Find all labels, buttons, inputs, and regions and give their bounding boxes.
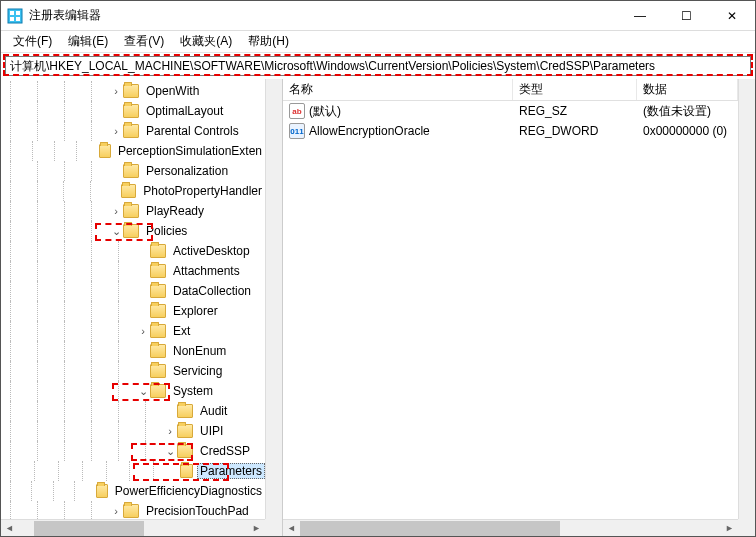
folder-icon	[123, 104, 139, 118]
tree-label: ActiveDesktop	[170, 243, 253, 259]
address-bar[interactable]: 计算机\HKEY_LOCAL_MACHINE\SOFTWARE\Microsof…	[5, 56, 751, 76]
scroll-thumb[interactable]	[300, 521, 560, 536]
tree-label: DataCollection	[170, 283, 254, 299]
tree-label: PowerEfficiencyDiagnostics	[112, 483, 265, 499]
tree-label: Policies	[143, 223, 190, 239]
menubar: 文件(F) 编辑(E) 查看(V) 收藏夹(A) 帮助(H)	[1, 31, 755, 53]
scroll-right-icon[interactable]: ►	[721, 520, 738, 537]
tree-label: Personalization	[143, 163, 231, 179]
tree-label: Ext	[170, 323, 193, 339]
folder-icon	[123, 124, 139, 138]
tree-node-nonenum[interactable]: ·NonEnum	[1, 341, 265, 361]
list-row-default[interactable]: ab(默认) REG_SZ (数值未设置)	[283, 101, 738, 121]
folder-icon	[99, 144, 111, 158]
list-scroll[interactable]: 名称 类型 数据 ab(默认) REG_SZ (数值未设置) 011AllowE…	[283, 79, 738, 519]
menu-favorites[interactable]: 收藏夹(A)	[172, 31, 240, 52]
tree-label: PrecisionTouchPad	[143, 503, 252, 519]
dword-value-icon: 011	[289, 123, 305, 139]
tree-node-personalization[interactable]: ·Personalization	[1, 161, 265, 181]
folder-icon	[123, 224, 139, 238]
tree-label: PhotoPropertyHandler	[140, 183, 265, 199]
tree-scroll[interactable]: ›OpenWith ·OptimalLayout ›Parental Contr…	[1, 79, 265, 519]
tree-pane: ›OpenWith ·OptimalLayout ›Parental Contr…	[1, 79, 283, 536]
folder-icon	[150, 324, 166, 338]
value-data: (数值未设置)	[637, 102, 738, 121]
tree-label: Explorer	[170, 303, 221, 319]
scroll-corner	[265, 519, 282, 536]
tree-label: PlayReady	[143, 203, 207, 219]
folder-icon	[150, 244, 166, 258]
address-bar-container: 计算机\HKEY_LOCAL_MACHINE\SOFTWARE\Microsof…	[1, 53, 755, 79]
tree-label: Parental Controls	[143, 123, 242, 139]
list-header: 名称 类型 数据	[283, 79, 738, 101]
tree-node-perceptionsim[interactable]: ·PerceptionSimulationExten	[1, 141, 265, 161]
folder-icon	[96, 484, 107, 498]
menu-edit[interactable]: 编辑(E)	[60, 31, 116, 52]
folder-icon	[123, 164, 139, 178]
col-data[interactable]: 数据	[637, 79, 738, 100]
folder-icon	[177, 444, 193, 458]
col-type[interactable]: 类型	[513, 79, 637, 100]
tree-label: OpenWith	[143, 83, 202, 99]
tree-label: Audit	[197, 403, 230, 419]
tree-node-system[interactable]: ⌄System	[1, 381, 265, 401]
tree-node-precisiontouch[interactable]: ›PrecisionTouchPad	[1, 501, 265, 519]
minimize-button[interactable]: —	[617, 1, 663, 31]
menu-view[interactable]: 查看(V)	[116, 31, 172, 52]
maximize-button[interactable]: ☐	[663, 1, 709, 31]
svg-rect-3	[10, 17, 14, 21]
tree-node-photoprop[interactable]: ·PhotoPropertyHandler	[1, 181, 265, 201]
regedit-app-icon	[7, 8, 23, 24]
menu-help[interactable]: 帮助(H)	[240, 31, 297, 52]
tree-node-explorer[interactable]: ·Explorer	[1, 301, 265, 321]
value-type: REG_SZ	[513, 103, 637, 119]
list-row-allowencryptionoracle[interactable]: 011AllowEncryptionOracle REG_DWORD 0x000…	[283, 121, 738, 141]
regedit-window: 注册表编辑器 — ☐ ✕ 文件(F) 编辑(E) 查看(V) 收藏夹(A) 帮助…	[0, 0, 756, 537]
tree-node-audit[interactable]: ·Audit	[1, 401, 265, 421]
tree-node-credssp[interactable]: ⌄CredSSP	[1, 441, 265, 461]
tree-label: NonEnum	[170, 343, 229, 359]
value-name: AllowEncryptionOracle	[309, 124, 430, 138]
value-name: (默认)	[309, 103, 341, 120]
tree-node-powereff[interactable]: ·PowerEfficiencyDiagnostics	[1, 481, 265, 501]
scroll-corner	[738, 519, 755, 536]
folder-icon	[121, 184, 137, 198]
list-scrollbar-vertical[interactable]	[738, 79, 755, 519]
tree-node-activedesktop[interactable]: ·ActiveDesktop	[1, 241, 265, 261]
tree-node-ext[interactable]: ›Ext	[1, 321, 265, 341]
tree-node-policies[interactable]: ⌄Policies	[1, 221, 265, 241]
tree-scrollbar-vertical[interactable]	[265, 79, 282, 519]
scroll-left-icon[interactable]: ◄	[283, 520, 300, 537]
scroll-left-icon[interactable]: ◄	[1, 520, 18, 537]
tree-node-parentalcontrols[interactable]: ›Parental Controls	[1, 121, 265, 141]
tree-node-openwith[interactable]: ›OpenWith	[1, 81, 265, 101]
tree-node-playready[interactable]: ›PlayReady	[1, 201, 265, 221]
tree-node-optimallayout[interactable]: ·OptimalLayout	[1, 101, 265, 121]
scroll-right-icon[interactable]: ►	[248, 520, 265, 537]
tree-node-servicing[interactable]: ·Servicing	[1, 361, 265, 381]
tree-node-attachments[interactable]: ·Attachments	[1, 261, 265, 281]
tree-node-datacollection[interactable]: ·DataCollection	[1, 281, 265, 301]
col-name[interactable]: 名称	[283, 79, 513, 100]
close-button[interactable]: ✕	[709, 1, 755, 31]
window-title: 注册表编辑器	[29, 7, 101, 24]
tree-label: CredSSP	[197, 443, 253, 459]
list-pane: 名称 类型 数据 ab(默认) REG_SZ (数值未设置) 011AllowE…	[283, 79, 755, 536]
value-type: REG_DWORD	[513, 123, 637, 139]
string-value-icon: ab	[289, 103, 305, 119]
folder-icon	[150, 264, 166, 278]
svg-rect-4	[16, 17, 20, 21]
folder-icon	[123, 204, 139, 218]
folder-icon	[150, 304, 166, 318]
scroll-thumb[interactable]	[34, 521, 144, 536]
folder-icon	[150, 344, 166, 358]
tree-scrollbar-horizontal[interactable]: ◄ ►	[1, 519, 265, 536]
menu-file[interactable]: 文件(F)	[5, 31, 60, 52]
value-data: 0x00000000 (0)	[637, 123, 738, 139]
tree-label: UIPI	[197, 423, 226, 439]
tree-label: System	[170, 383, 216, 399]
svg-rect-1	[10, 11, 14, 15]
list-scrollbar-horizontal[interactable]: ◄ ►	[283, 519, 738, 536]
tree-node-parameters[interactable]: ·Parameters	[1, 461, 265, 481]
tree-node-uipi[interactable]: ›UIPI	[1, 421, 265, 441]
